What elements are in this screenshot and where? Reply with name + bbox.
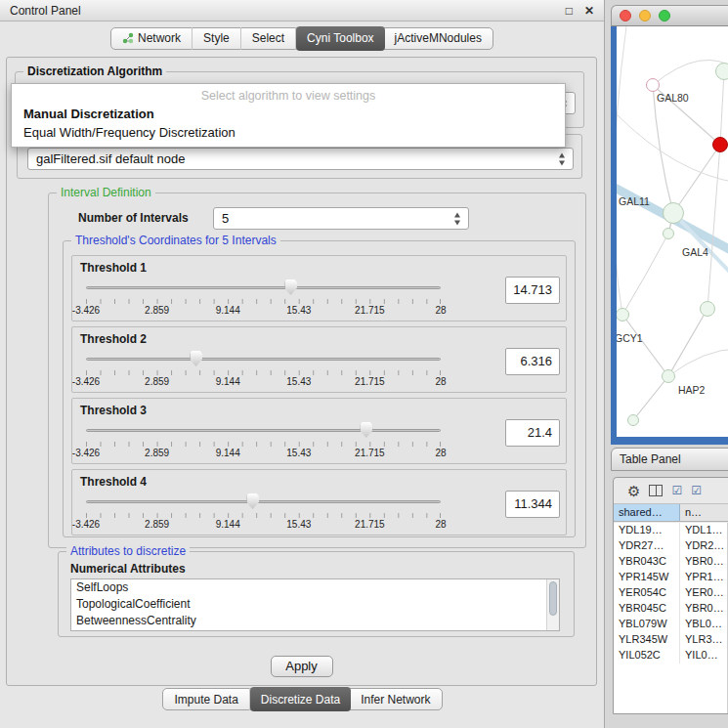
slider-track[interactable] — [86, 429, 441, 432]
network-node[interactable] — [715, 63, 728, 80]
table-cell: YIL0… — [680, 648, 727, 664]
scrollbar-thumb[interactable] — [549, 581, 557, 616]
threshold-value-field[interactable]: 21.4 — [505, 419, 560, 447]
list-scrollbar[interactable] — [546, 579, 559, 630]
table-row[interactable]: YIL052CYIL0… — [614, 648, 727, 664]
slider-thumb[interactable] — [360, 422, 372, 438]
tab-label: Select — [252, 31, 284, 45]
scale-label: 28 — [435, 305, 446, 316]
slider-scale-labels: -3.4262.8599.14415.4321.71528 — [86, 448, 441, 459]
scale-label: 9.144 — [216, 305, 240, 316]
cyni-toolbox-panel: Discretization Algorithm Select algorith… — [6, 57, 597, 686]
zoom-traffic-light-icon[interactable] — [659, 10, 670, 21]
algorithm-option-manual-discretization[interactable]: Manual Discretization — [12, 105, 565, 123]
threshold-4-slider[interactable] — [86, 493, 441, 511]
threshold-value-field[interactable]: 11.344 — [505, 491, 560, 518]
network-node[interactable] — [662, 369, 675, 383]
scale-label: 28 — [435, 448, 446, 458]
algorithm-option-equal-width-frequency-discretization[interactable]: Equal Width/Frequency Discretization — [12, 123, 565, 142]
scale-label: 9.144 — [216, 448, 240, 458]
table-row[interactable]: YLR345WYLR3… — [614, 632, 727, 648]
slider-track[interactable] — [86, 500, 441, 503]
network-canvas[interactable]: GAL80GAL11GAL4GCY1HAP2 — [617, 26, 728, 437]
slider-track[interactable] — [86, 358, 441, 361]
network-node[interactable] — [627, 414, 639, 426]
column-header-name[interactable]: n… — [680, 504, 728, 521]
tab-label: Network — [138, 31, 181, 45]
threshold-value-field[interactable]: 6.316 — [505, 348, 560, 375]
network-node[interactable] — [700, 301, 715, 317]
tab-select[interactable]: Select — [241, 27, 296, 50]
chevron-updown-icon — [454, 212, 461, 225]
table-row[interactable]: YBR045CYBR0… — [614, 601, 727, 617]
threshold-2-slider[interactable] — [86, 351, 441, 368]
attributes-list[interactable]: SelfLoopsTopologicalCoefficientBetweenne… — [70, 578, 560, 631]
tab-label: Infer Network — [361, 693, 430, 707]
scale-label: 15.43 — [286, 305, 311, 316]
table-row[interactable]: YDR27…YDR2… — [614, 538, 727, 554]
gear-icon[interactable]: ⚙ — [627, 484, 640, 498]
slider-ticks — [86, 442, 441, 447]
algorithm-hint: Select algorithm to view settings — [12, 86, 565, 105]
scale-label: 21.715 — [355, 376, 385, 387]
table-row[interactable]: YPR145WYPR1… — [614, 570, 727, 585]
table-row[interactable]: YBL079WYBL0… — [614, 617, 727, 632]
chevron-updown-icon — [559, 152, 566, 165]
minimize-traffic-light-icon[interactable] — [639, 10, 651, 21]
tab-infer-network[interactable]: Infer Network — [350, 688, 441, 710]
network-node[interactable] — [646, 78, 660, 92]
scale-label: 15.43 — [286, 519, 311, 530]
tab-style[interactable]: Style — [193, 27, 241, 50]
num-intervals-label: Number of Intervals — [78, 211, 189, 225]
column-selector-icon[interactable] — [649, 485, 663, 496]
node-label-gcy1: GCY1 — [617, 332, 643, 344]
table-panel-window: ⚙ ☑ ☑ shared… n… YDL19…YDL1…YDR27…YDR2…Y… — [613, 477, 728, 714]
slider-thumb[interactable] — [246, 493, 259, 509]
num-intervals-value: 5 — [222, 211, 229, 226]
close-icon[interactable]: ✕ — [584, 4, 594, 18]
tab-network[interactable]: Network — [111, 27, 193, 50]
select-all-checkbox-icon[interactable]: ☑ — [671, 485, 682, 496]
close-traffic-light-icon[interactable] — [620, 10, 631, 21]
tab-impute-data[interactable]: Impute Data — [163, 688, 249, 710]
table-row[interactable]: YER054CYER0… — [614, 585, 727, 601]
list-item-selfloops[interactable]: SelfLoops — [71, 579, 559, 596]
scale-label: 2.859 — [145, 519, 169, 530]
table-row[interactable]: YDL19…YDL1… — [614, 523, 727, 538]
network-node[interactable] — [663, 202, 684, 224]
top-tab-bar: NetworkStyleSelectCyni ToolboxjActiveMNo… — [0, 21, 604, 55]
table-cell: YLR345W — [614, 632, 680, 648]
select-rows-checkbox-icon[interactable]: ☑ — [691, 485, 702, 496]
tab-discretize-data[interactable]: Discretize Data — [250, 687, 351, 711]
slider-thumb[interactable] — [284, 279, 297, 295]
window-title: Control Panel — [10, 4, 554, 18]
node-label-gal11: GAL11 — [619, 195, 650, 207]
tab-jactivemnodules[interactable]: jActiveMNodules — [384, 27, 492, 50]
node-label-gal4: GAL4 — [682, 246, 708, 258]
table-data-value: galFiltered.sif default node — [36, 151, 185, 166]
apply-button[interactable]: Apply — [271, 656, 333, 677]
threshold-1-slider[interactable] — [86, 279, 441, 297]
algorithm-dropdown-popup: Select algorithm to view settings Manual… — [11, 83, 566, 148]
num-intervals-combo[interactable]: 5 — [213, 207, 469, 230]
top-tabs-segmented: NetworkStyleSelectCyni ToolboxjActiveMNo… — [110, 27, 493, 50]
tab-label: Impute Data — [174, 693, 237, 707]
table-data-combo[interactable]: galFiltered.sif default node — [27, 148, 574, 170]
scale-label: 9.144 — [216, 376, 240, 387]
list-item-betweennesscentrality[interactable]: BetweennessCentrality — [71, 613, 559, 629]
slider-thumb[interactable] — [190, 351, 202, 366]
table-row[interactable]: YBR043CYBR0… — [614, 554, 727, 570]
scale-label: 15.43 — [286, 448, 311, 458]
scale-label: 28 — [435, 519, 446, 530]
network-node-highlighted[interactable] — [712, 137, 728, 152]
threshold-3-slider[interactable] — [86, 422, 441, 440]
float-window-icon[interactable]: □ — [566, 4, 573, 18]
column-header-shared-name[interactable]: shared… — [614, 504, 680, 521]
scale-label: -3.426 — [72, 376, 100, 387]
tab-cyni-toolbox[interactable]: Cyni Toolbox — [296, 26, 384, 51]
slider-track[interactable] — [86, 286, 441, 289]
list-item-topologicalcoefficient[interactable]: TopologicalCoefficient — [71, 596, 559, 613]
scale-label: 21.715 — [355, 448, 385, 458]
network-node[interactable] — [663, 228, 674, 239]
threshold-value-field[interactable]: 14.713 — [505, 277, 560, 304]
